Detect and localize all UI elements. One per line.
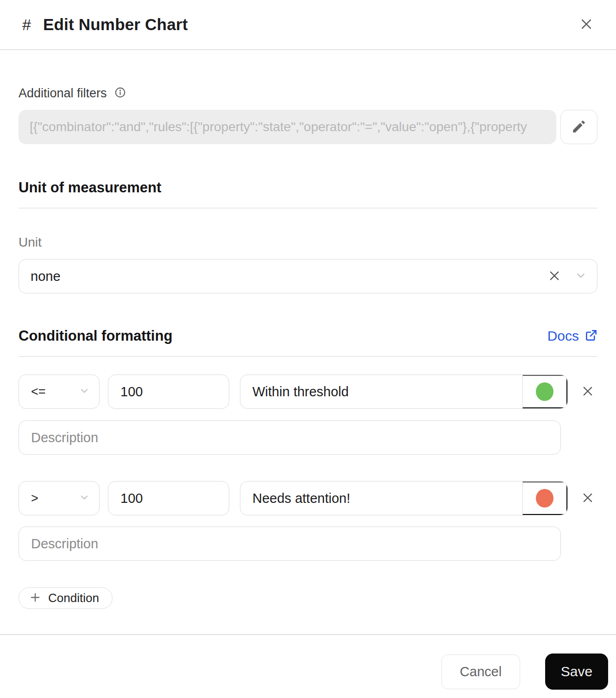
condition-color-picker[interactable]	[522, 375, 567, 408]
additional-filters-label: Additional filters	[19, 86, 107, 101]
section-divider	[19, 208, 597, 209]
filter-input-row	[19, 110, 597, 144]
condition-row: >	[19, 481, 597, 515]
modal-footer: Cancel Save	[0, 635, 616, 690]
edit-filters-button[interactable]	[560, 110, 597, 144]
condition-label-input[interactable]	[240, 482, 522, 515]
unit-label: Unit	[19, 235, 597, 250]
page-title: Edit Number Chart	[43, 15, 188, 34]
modal-header: # Edit Number Chart	[0, 0, 616, 50]
title-wrap: # Edit Number Chart	[22, 15, 188, 34]
modal-body: Additional filters Unit of measurement U…	[0, 86, 616, 609]
chevron-down-icon	[575, 269, 587, 283]
add-condition-label: Condition	[48, 591, 99, 605]
chevron-down-icon	[79, 385, 90, 398]
close-button[interactable]	[576, 14, 597, 35]
unit-selected-value: none	[31, 269, 61, 284]
chevron-down-icon	[79, 492, 90, 505]
section-divider	[19, 356, 597, 357]
docs-link[interactable]: Docs	[547, 328, 597, 344]
conditional-formatting-header: Conditional formatting Docs	[19, 328, 597, 344]
cancel-button[interactable]: Cancel	[441, 654, 520, 689]
remove-icon	[581, 393, 595, 400]
condition-value-input[interactable]	[108, 374, 229, 409]
close-icon	[579, 17, 593, 32]
remove-condition-button[interactable]	[578, 488, 597, 509]
condition-color-picker[interactable]	[522, 482, 567, 515]
clear-icon	[548, 269, 561, 284]
condition-label-compound	[240, 481, 568, 515]
condition-operator-select[interactable]: <=	[19, 374, 100, 409]
pencil-icon	[571, 119, 587, 136]
unit-select[interactable]: none	[19, 259, 597, 293]
condition-row: <=	[19, 374, 597, 409]
filters-json-input[interactable]	[19, 110, 556, 144]
color-dot	[536, 382, 553, 401]
condition-label-compound	[240, 374, 568, 409]
hash-icon: #	[22, 16, 31, 34]
color-dot	[536, 489, 553, 508]
add-condition-button[interactable]: Condition	[19, 587, 113, 609]
condition-label-input[interactable]	[240, 375, 522, 408]
docs-link-label: Docs	[547, 328, 579, 344]
remove-icon	[581, 499, 595, 506]
info-icon	[114, 87, 126, 100]
plus-icon	[29, 591, 41, 605]
condition-value-input[interactable]	[108, 481, 229, 515]
external-link-icon	[585, 329, 597, 343]
remove-condition-button[interactable]	[578, 381, 597, 402]
unit-section-heading: Unit of measurement	[19, 179, 597, 196]
operator-value: >	[31, 491, 38, 506]
condition-operator-select[interactable]: >	[19, 481, 100, 515]
condition-description-input[interactable]	[19, 527, 561, 561]
conditional-formatting-heading: Conditional formatting	[19, 328, 172, 344]
operator-value: <=	[31, 385, 46, 399]
condition-description-input[interactable]	[19, 420, 561, 455]
unit-clear-button[interactable]	[546, 267, 563, 286]
save-button[interactable]: Save	[545, 654, 608, 690]
additional-filters-row: Additional filters	[19, 86, 597, 101]
